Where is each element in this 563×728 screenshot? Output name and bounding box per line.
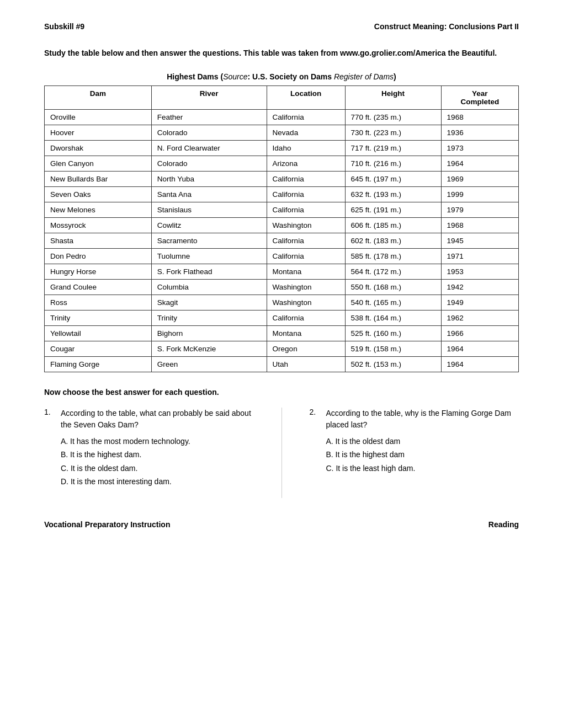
- table-cell: N. Ford Clearwater: [151, 141, 267, 156]
- table-cell: Utah: [267, 357, 345, 372]
- table-cell: Montana: [267, 326, 345, 341]
- table-row: Seven OaksSanta AnaCalifornia632 ft. (19…: [45, 187, 519, 202]
- table-cell: S. Fork Flathead: [151, 264, 267, 280]
- table-col-header: Location: [267, 86, 345, 110]
- question-2-block: 2. According to the table, why is the Fl…: [310, 408, 519, 475]
- table-cell: Seven Oaks: [45, 187, 152, 202]
- table-cell: Ross: [45, 295, 152, 311]
- table-cell: 632 ft. (193 m.): [345, 187, 441, 202]
- table-cell: 1968: [441, 218, 518, 233]
- table-row: TrinityTrinityCalifornia538 ft. (164 m.)…: [45, 311, 519, 326]
- table-cell: Cowlitz: [151, 218, 267, 233]
- table-row: MossyrockCowlitzWashington606 ft. (185 m…: [45, 218, 519, 233]
- footer-left: Vocational Preparatory Instruction: [44, 520, 170, 529]
- answer-item: C. It is the least high dam.: [326, 462, 519, 474]
- question-2-number: 2.: [310, 408, 321, 475]
- table-row: DworshakN. Ford ClearwaterIdaho717 ft. (…: [45, 141, 519, 156]
- table-row: Glen CanyonColoradoArizona710 ft. (216 m…: [45, 156, 519, 172]
- table-cell: Hungry Horse: [45, 264, 152, 280]
- table-cell: Columbia: [151, 280, 267, 295]
- table-cell: Yellowtail: [45, 326, 152, 341]
- table-cell: Glen Canyon: [45, 156, 152, 172]
- table-cell: 519 ft. (158 m.): [345, 341, 441, 357]
- table-cell: 1942: [441, 280, 518, 295]
- table-cell: 1979: [441, 202, 518, 218]
- table-cell: 710 ft. (216 m.): [345, 156, 441, 172]
- answer-item: B. It is the highest dam.: [61, 448, 254, 461]
- table-cell: 538 ft. (164 m.): [345, 311, 441, 326]
- table-cell: Trinity: [45, 311, 152, 326]
- table-cell: California: [267, 311, 345, 326]
- table-cell: 770 ft. (235 m.): [345, 110, 441, 125]
- dams-table: DamRiverLocationHeightYearCompleted Orov…: [44, 85, 519, 372]
- table-cell: Arizona: [267, 156, 345, 172]
- table-cell: 540 ft. (165 m.): [345, 295, 441, 311]
- table-row: OrovilleFeatherCalifornia770 ft. (235 m.…: [45, 110, 519, 125]
- table-row: Don PedroTuolumneCalifornia585 ft. (178 …: [45, 249, 519, 264]
- table-col-header: Dam: [45, 86, 152, 110]
- table-cell: Washington: [267, 218, 345, 233]
- subskill-label: Subskill #9: [44, 22, 84, 31]
- table-cell: 1999: [441, 187, 518, 202]
- table-cell: 525 ft. (160 m.): [345, 326, 441, 341]
- table-cell: 1962: [441, 311, 518, 326]
- table-cell: 1936: [441, 125, 518, 141]
- table-cell: 625 ft. (191 m.): [345, 202, 441, 218]
- table-cell: North Yuba: [151, 172, 267, 187]
- table-cell: California: [267, 233, 345, 249]
- question-1-text: According to the table, what can probabl…: [61, 408, 254, 431]
- table-cell: 585 ft. (178 m.): [345, 249, 441, 264]
- table-row: Grand CouleeColumbiaWashington550 ft. (1…: [45, 280, 519, 295]
- table-row: New Bullards BarNorth YubaCalifornia645 …: [45, 172, 519, 187]
- table-cell: Bighorn: [151, 326, 267, 341]
- question-2-text: According to the table, why is the Flami…: [326, 408, 519, 431]
- table-cell: 1968: [441, 110, 518, 125]
- table-cell: 606 ft. (185 m.): [345, 218, 441, 233]
- table-cell: Washington: [267, 295, 345, 311]
- table-cell: 550 ft. (168 m.): [345, 280, 441, 295]
- question-1-number: 1.: [44, 408, 55, 489]
- lesson-title: Construct Meaning: Conclusions Part II: [374, 22, 519, 31]
- table-cell: 564 ft. (172 m.): [345, 264, 441, 280]
- table-cell: Dworshak: [45, 141, 152, 156]
- table-row: RossSkagitWashington540 ft. (165 m.)1949: [45, 295, 519, 311]
- table-cell: 1964: [441, 341, 518, 357]
- table-cell: California: [267, 202, 345, 218]
- answer-item: D. It is the most interesting dam.: [61, 475, 254, 488]
- table-cell: Hoover: [45, 125, 152, 141]
- table-cell: S. Fork McKenzie: [151, 341, 267, 357]
- question-col-2: 2. According to the table, why is the Fl…: [310, 408, 519, 498]
- table-cell: New Bullards Bar: [45, 172, 152, 187]
- table-cell: California: [267, 172, 345, 187]
- table-cell: California: [267, 110, 345, 125]
- table-cell: Flaming Gorge: [45, 357, 152, 372]
- intro-text: Study the table below and then answer th…: [44, 47, 519, 59]
- column-divider: [282, 408, 282, 498]
- table-cell: 1949: [441, 295, 518, 311]
- answer-item: A. It is the oldest dam: [326, 435, 519, 447]
- table-cell: Trinity: [151, 311, 267, 326]
- answer-item: C. It is the oldest dam.: [61, 462, 254, 474]
- table-cell: 1964: [441, 357, 518, 372]
- table-cell: Skagit: [151, 295, 267, 311]
- table-row: Flaming GorgeGreenUtah502 ft. (153 m.)19…: [45, 357, 519, 372]
- table-cell: Colorado: [151, 125, 267, 141]
- table-row: Hungry HorseS. Fork FlatheadMontana564 f…: [45, 264, 519, 280]
- question-col-1: 1. According to the table, what can prob…: [44, 408, 254, 498]
- table-cell: California: [267, 187, 345, 202]
- table-cell: Green: [151, 357, 267, 372]
- table-cell: Colorado: [151, 156, 267, 172]
- table-cell: Shasta: [45, 233, 152, 249]
- table-row: New MelonesStanislausCalifornia625 ft. (…: [45, 202, 519, 218]
- table-cell: 1964: [441, 156, 518, 172]
- table-cell: 502 ft. (153 m.): [345, 357, 441, 372]
- table-cell: Feather: [151, 110, 267, 125]
- table-cell: Mossyrock: [45, 218, 152, 233]
- answer-item: A. It has the most modern technology.: [61, 435, 254, 447]
- table-cell: California: [267, 249, 345, 264]
- table-cell: New Melones: [45, 202, 152, 218]
- table-row: HooverColoradoNevada730 ft. (223 m.)1936: [45, 125, 519, 141]
- table-cell: 1953: [441, 264, 518, 280]
- table-cell: 1945: [441, 233, 518, 249]
- table-cell: Washington: [267, 280, 345, 295]
